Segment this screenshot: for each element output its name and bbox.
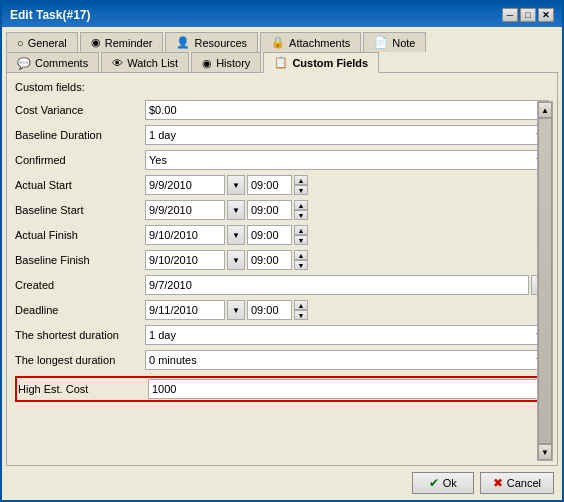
customfields-icon: 📋 bbox=[274, 56, 288, 69]
comments-icon: 💬 bbox=[17, 57, 31, 70]
field-row-actual-start: Actual Start ▼ ▲ ▼ bbox=[15, 174, 549, 196]
spin-baseline-finish: ▲ ▼ bbox=[294, 250, 308, 270]
date-dropdown-actual-finish[interactable]: ▼ bbox=[227, 225, 245, 245]
date-created[interactable] bbox=[145, 275, 529, 295]
window-title: Edit Task(#17) bbox=[10, 8, 90, 22]
tab-history-label: History bbox=[216, 57, 250, 69]
select-longest-duration[interactable]: 0 minutes bbox=[145, 350, 549, 370]
date-dropdown-actual-start[interactable]: ▼ bbox=[227, 175, 245, 195]
date-baseline-start[interactable] bbox=[145, 200, 225, 220]
tabs-row2: 💬 Comments 👁 Watch List ◉ History 📋 Cust… bbox=[2, 51, 562, 72]
watchlist-icon: 👁 bbox=[112, 57, 123, 69]
input-high-est-cost[interactable] bbox=[148, 379, 546, 399]
ok-label: Ok bbox=[443, 477, 457, 489]
label-deadline: Deadline bbox=[15, 304, 145, 316]
input-wrap-baseline-finish: ▼ ▲ ▼ bbox=[145, 250, 549, 270]
label-created: Created bbox=[15, 279, 145, 291]
cancel-icon: ✖ bbox=[493, 476, 503, 490]
tab-general[interactable]: ○ General bbox=[6, 32, 78, 52]
input-wrap-baseline-duration: 1 day bbox=[145, 125, 549, 145]
date-actual-start[interactable] bbox=[145, 175, 225, 195]
input-wrap-longest-duration: 0 minutes bbox=[145, 350, 549, 370]
spin-down-baseline-finish[interactable]: ▼ bbox=[294, 260, 308, 270]
spin-up-baseline-start[interactable]: ▲ bbox=[294, 200, 308, 210]
spin-up-actual-finish[interactable]: ▲ bbox=[294, 225, 308, 235]
input-cost-variance[interactable] bbox=[145, 100, 549, 120]
cancel-button[interactable]: ✖ Cancel bbox=[480, 472, 554, 494]
spin-down-actual-start[interactable]: ▼ bbox=[294, 185, 308, 195]
date-dropdown-baseline-finish[interactable]: ▼ bbox=[227, 250, 245, 270]
resources-icon: 👤 bbox=[176, 36, 190, 49]
time-baseline-finish[interactable] bbox=[247, 250, 292, 270]
tab-history[interactable]: ◉ History bbox=[191, 52, 261, 73]
scrollbar: ▲ ▼ bbox=[537, 101, 553, 461]
tab-resources[interactable]: 👤 Resources bbox=[165, 32, 258, 52]
label-actual-finish: Actual Finish bbox=[15, 229, 145, 241]
tab-reminder[interactable]: ◉ Reminder bbox=[80, 32, 164, 52]
general-icon: ○ bbox=[17, 37, 24, 49]
input-wrap-confirmed: Yes bbox=[145, 150, 549, 170]
field-row-actual-finish: Actual Finish ▼ ▲ ▼ bbox=[15, 224, 549, 246]
input-wrap-cost-variance bbox=[145, 100, 549, 120]
spin-up-deadline[interactable]: ▲ bbox=[294, 300, 308, 310]
label-baseline-duration: Baseline Duration bbox=[15, 129, 145, 141]
tab-general-label: General bbox=[28, 37, 67, 49]
label-actual-start: Actual Start bbox=[15, 179, 145, 191]
date-deadline[interactable] bbox=[145, 300, 225, 320]
spin-down-baseline-start[interactable]: ▼ bbox=[294, 210, 308, 220]
field-row-baseline-duration: Baseline Duration 1 day bbox=[15, 124, 549, 146]
content-area: Custom fields: Cost Variance Baseline Du… bbox=[6, 72, 558, 466]
select-baseline-duration[interactable]: 1 day bbox=[145, 125, 549, 145]
spin-down-actual-finish[interactable]: ▼ bbox=[294, 235, 308, 245]
tab-attachments[interactable]: 🔒 Attachments bbox=[260, 32, 361, 52]
title-bar-buttons: ─ □ ✕ bbox=[502, 8, 554, 22]
scrollbar-down-btn[interactable]: ▼ bbox=[538, 444, 552, 460]
field-row-deadline: Deadline ▼ ▲ ▼ bbox=[15, 299, 549, 321]
scrollbar-up-btn[interactable]: ▲ bbox=[538, 102, 552, 118]
time-actual-start[interactable] bbox=[247, 175, 292, 195]
time-baseline-start[interactable] bbox=[247, 200, 292, 220]
date-actual-finish[interactable] bbox=[145, 225, 225, 245]
input-wrap-created: ▼ bbox=[145, 275, 549, 295]
spin-down-deadline[interactable]: ▼ bbox=[294, 310, 308, 320]
spin-up-actual-start[interactable]: ▲ bbox=[294, 175, 308, 185]
input-wrap-actual-finish: ▼ ▲ ▼ bbox=[145, 225, 549, 245]
date-dropdown-baseline-start[interactable]: ▼ bbox=[227, 200, 245, 220]
label-baseline-start: Baseline Start bbox=[15, 204, 145, 216]
field-row-longest-duration: The longest duration 0 minutes bbox=[15, 349, 549, 371]
tab-customfields-label: Custom Fields bbox=[292, 57, 368, 69]
tab-note-label: Note bbox=[392, 37, 415, 49]
cancel-label: Cancel bbox=[507, 477, 541, 489]
fields-container: Cost Variance Baseline Duration 1 day Co… bbox=[15, 99, 549, 457]
spin-deadline: ▲ ▼ bbox=[294, 300, 308, 320]
label-longest-duration: The longest duration bbox=[15, 354, 145, 366]
label-high-est-cost: High Est. Cost bbox=[18, 383, 148, 395]
select-shortest-duration[interactable]: 1 day bbox=[145, 325, 549, 345]
ok-button[interactable]: ✔ Ok bbox=[412, 472, 474, 494]
maximize-button[interactable]: □ bbox=[520, 8, 536, 22]
tab-comments[interactable]: 💬 Comments bbox=[6, 52, 99, 73]
date-baseline-finish[interactable] bbox=[145, 250, 225, 270]
spin-up-baseline-finish[interactable]: ▲ bbox=[294, 250, 308, 260]
input-wrap-deadline: ▼ ▲ ▼ bbox=[145, 300, 549, 320]
note-icon: 📄 bbox=[374, 36, 388, 49]
label-cost-variance: Cost Variance bbox=[15, 104, 145, 116]
input-wrap-actual-start: ▼ ▲ ▼ bbox=[145, 175, 549, 195]
scrollbar-thumb[interactable] bbox=[538, 118, 552, 444]
time-deadline[interactable] bbox=[247, 300, 292, 320]
spin-actual-finish: ▲ ▼ bbox=[294, 225, 308, 245]
reminder-icon: ◉ bbox=[91, 36, 101, 49]
label-confirmed: Confirmed bbox=[15, 154, 145, 166]
tab-note[interactable]: 📄 Note bbox=[363, 32, 426, 52]
tab-watchlist-label: Watch List bbox=[127, 57, 178, 69]
select-confirmed[interactable]: Yes bbox=[145, 150, 549, 170]
tab-reminder-label: Reminder bbox=[105, 37, 153, 49]
tab-customfields[interactable]: 📋 Custom Fields bbox=[263, 52, 379, 73]
minimize-button[interactable]: ─ bbox=[502, 8, 518, 22]
tab-watchlist[interactable]: 👁 Watch List bbox=[101, 52, 189, 73]
ok-icon: ✔ bbox=[429, 476, 439, 490]
time-actual-finish[interactable] bbox=[247, 225, 292, 245]
date-dropdown-deadline[interactable]: ▼ bbox=[227, 300, 245, 320]
field-row-created: Created ▼ bbox=[15, 274, 549, 296]
close-button[interactable]: ✕ bbox=[538, 8, 554, 22]
